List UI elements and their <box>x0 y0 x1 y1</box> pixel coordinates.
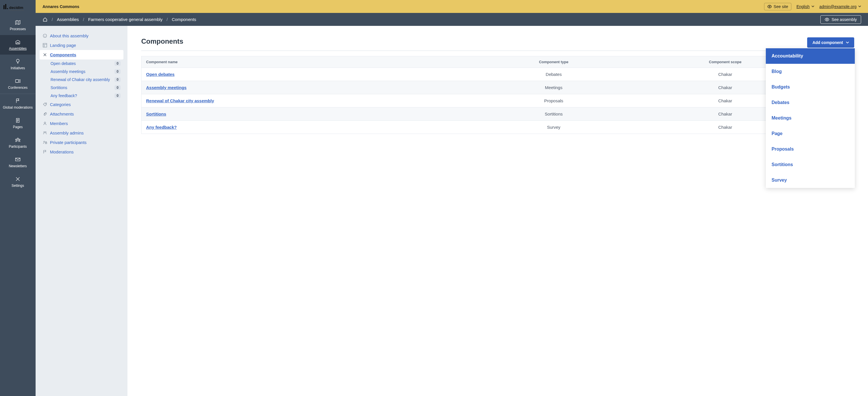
component-link[interactable]: Assembly meetings <box>146 85 187 90</box>
building-icon <box>15 39 21 45</box>
rail-label: Initiatives <box>11 66 25 70</box>
sidebar-label: Members <box>50 121 68 126</box>
dropdown-item-accountability[interactable]: Accountability <box>766 48 855 64</box>
sidebar-moderations[interactable]: Moderations <box>40 147 123 157</box>
svg-rect-6 <box>16 80 19 83</box>
chevron-down-icon <box>846 41 849 44</box>
sidebar-sub-feedback[interactable]: Any feedback?0 <box>51 92 123 100</box>
dropdown-item-meetings[interactable]: Meetings <box>766 110 855 126</box>
see-assembly-label: See assembly <box>832 17 857 22</box>
language-label: English <box>797 4 810 9</box>
dropdown-item-blog[interactable]: Blog <box>766 64 855 79</box>
component-type: Meetings <box>471 81 636 94</box>
component-link[interactable]: Any feedback? <box>146 125 177 130</box>
breadcrumb: / Assemblies / Farmers cooperative gener… <box>42 17 196 22</box>
chevron-down-icon <box>858 5 861 7</box>
info-icon <box>42 34 47 38</box>
tag-icon <box>42 102 47 107</box>
breadcrumb-assembly-name[interactable]: Farmers cooperative general assembly <box>88 17 162 22</box>
page-title: Components <box>141 37 183 46</box>
sidebar-about[interactable]: About this assembly <box>40 31 123 40</box>
rail-item-processes[interactable]: Processes <box>0 16 36 35</box>
component-link[interactable]: Sortitions <box>146 112 166 116</box>
sub-label: Open debates <box>51 61 76 66</box>
language-selector[interactable]: English <box>797 4 814 9</box>
user-menu[interactable]: admin@example.org <box>819 4 861 9</box>
rail-item-settings[interactable]: Settings <box>0 172 36 192</box>
rail-item-assemblies[interactable]: Assemblies <box>0 35 36 55</box>
see-site-link[interactable]: See site <box>764 3 792 10</box>
rail-item-conferences[interactable]: Conferences <box>0 74 36 94</box>
sidebar-label: Private participants <box>50 140 87 145</box>
sidebar-label: Components <box>50 52 76 57</box>
sidebar-admins[interactable]: Assembly admins <box>40 128 123 138</box>
col-type: Component type <box>471 56 636 68</box>
flag-icon <box>42 150 47 154</box>
sidebar-categories[interactable]: Categories <box>40 100 123 109</box>
sidebar-landing[interactable]: Landing page <box>40 40 123 50</box>
sub-label: Renewal of Chakar city assembly <box>51 77 110 82</box>
svg-point-13 <box>826 19 828 20</box>
dropdown-item-page[interactable]: Page <box>766 126 855 141</box>
sidebar-sub-assembly-meetings[interactable]: Assembly meetings0 <box>51 67 123 76</box>
people-icon <box>15 137 21 143</box>
breadcrumb-components[interactable]: Components <box>172 17 196 22</box>
svg-point-5 <box>17 59 19 62</box>
logo: decidimfree open-source democracy <box>0 0 36 16</box>
col-name: Component name <box>142 56 471 68</box>
dropdown-item-debates[interactable]: Debates <box>766 95 855 110</box>
topbar: Annares Commons See site English admin@e… <box>36 0 868 13</box>
svg-point-17 <box>44 122 45 123</box>
breadcrumb-assemblies[interactable]: Assemblies <box>57 17 79 22</box>
see-assembly-button[interactable]: See assembly <box>820 15 861 24</box>
site-name: Annares Commons <box>42 4 79 9</box>
sidebar-attachments[interactable]: Attachments <box>40 109 123 119</box>
dropdown-item-proposals[interactable]: Proposals <box>766 141 855 157</box>
sidebar-private[interactable]: Private participants <box>40 138 123 147</box>
dropdown-item-budgets[interactable]: Budgets <box>766 79 855 95</box>
components-table: Component name Component type Component … <box>141 56 854 134</box>
rail-label: Processes <box>10 27 26 31</box>
rail-label: Settings <box>11 183 24 188</box>
add-component-button[interactable]: Add component <box>807 37 854 48</box>
rail-label: Pages <box>13 125 23 129</box>
dropdown-item-survey[interactable]: Survey <box>766 172 855 188</box>
component-type: Survey <box>471 121 636 134</box>
rail-item-participants[interactable]: Participants <box>0 133 36 152</box>
component-type: Sortitions <box>471 108 636 121</box>
sub-label: Sortitions <box>51 85 67 90</box>
svg-point-20 <box>43 141 45 142</box>
sidebar-components[interactable]: Components <box>40 50 123 59</box>
rail-item-newsletters[interactable]: Newsletters <box>0 152 36 172</box>
user-email: admin@example.org <box>819 4 857 9</box>
bulb-icon <box>15 59 21 64</box>
sub-count: 0 <box>115 69 121 74</box>
svg-point-10 <box>19 139 20 140</box>
sidebar-sub-open-debates[interactable]: Open debates0 <box>51 59 123 67</box>
video-icon <box>15 78 21 84</box>
sidebar-members[interactable]: Members <box>40 119 123 128</box>
component-link[interactable]: Open debates <box>146 72 175 77</box>
table-row: Any feedback? Survey Chakar <box>142 121 854 134</box>
rail-item-global-moderations[interactable]: Global moderations <box>0 94 36 114</box>
rail-label: Participants <box>9 145 27 148</box>
rail-item-initiatives[interactable]: Initiatives <box>0 55 36 74</box>
sidebar: About this assembly Landing page Compone… <box>36 26 127 396</box>
sidebar-label: About this assembly <box>50 33 88 38</box>
sub-label: Assembly meetings <box>51 69 85 74</box>
sidebar-sub-sortitions[interactable]: Sortitions0 <box>51 84 123 92</box>
puzzle-icon <box>42 53 47 57</box>
sidebar-sub-renewal[interactable]: Renewal of Chakar city assembly0 <box>51 76 123 84</box>
rail-item-pages[interactable]: Pages <box>0 114 36 133</box>
sub-count: 0 <box>115 93 121 98</box>
home-icon[interactable] <box>42 17 48 22</box>
layout-icon <box>42 43 47 48</box>
component-link[interactable]: Renewal of Chakar city assembly <box>146 98 214 103</box>
breadcrumb-separator: / <box>52 17 53 22</box>
map-icon <box>15 20 21 25</box>
divider <box>141 51 854 51</box>
rail-label: Newsletters <box>9 164 27 168</box>
svg-text:decidim: decidim <box>9 5 23 10</box>
dropdown-item-sortitions[interactable]: Sortitions <box>766 157 855 172</box>
sub-label: Any feedback? <box>51 93 77 98</box>
